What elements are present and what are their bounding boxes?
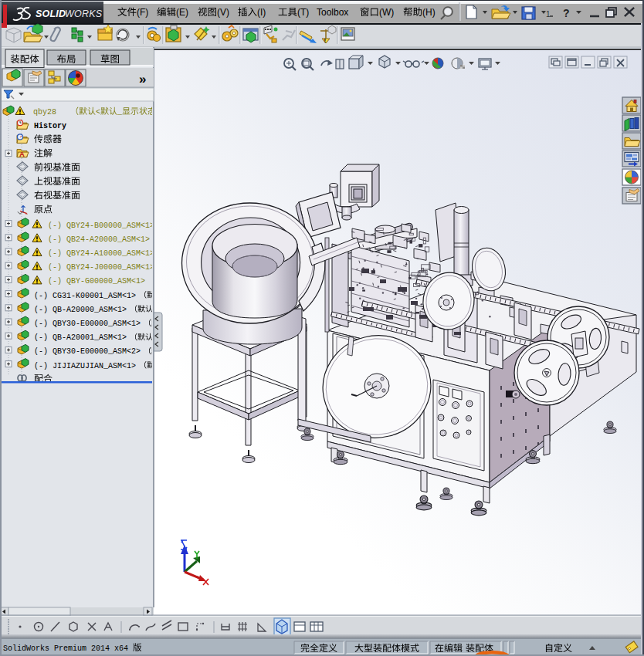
svg-text:1: 1 — [546, 10, 551, 19]
svg-text:(-) QBY-G00000_ASM<1>: (-) QBY-G00000_ASM<1> — [48, 277, 145, 286]
svg-text:(-) JIJIAZUJIAN_ASM<1>: (-) JIJIAZUJIAN_ASM<1> — [34, 362, 136, 370]
svg-text:(E): (E) — [176, 7, 188, 18]
svg-text:Toolbox: Toolbox — [317, 7, 348, 18]
svg-text:SolidWorks Premium 2014 x64: SolidWorks Premium 2014 x64 — [3, 644, 128, 653]
svg-text:(T): (T) — [297, 7, 309, 18]
svg-text:(-) QB-A20000_ASM<1>: (-) QB-A20000_ASM<1> — [34, 306, 127, 314]
svg-text:History: History — [34, 122, 66, 130]
svg-text:!: ! — [324, 37, 327, 44]
svg-text:(-) QBY24-B00000_ASM<1>: (-) QBY24-B00000_ASM<1> — [48, 221, 154, 230]
svg-text:_: _ — [117, 108, 123, 117]
svg-text:WORKS: WORKS — [65, 8, 103, 19]
svg-text:(-) QBY24-J00000_ASM<1>: (-) QBY24-J00000_ASM<1> — [48, 263, 154, 272]
svg-text:(-) QB-A20001_ASM<1>: (-) QB-A20001_ASM<1> — [34, 333, 127, 342]
svg-text:(-) QBY24-A10000_ASM<1>: (-) QBY24-A10000_ASM<1> — [48, 249, 154, 258]
svg-text:(-) QB24-A20000_ASM<1>: (-) QB24-A20000_ASM<1> — [48, 235, 150, 244]
svg-text:(-) QBY30-E00000_ASM<1>: (-) QBY30-E00000_ASM<1> — [34, 320, 141, 328]
svg-text:(H): (H) — [422, 7, 436, 18]
svg-text:SOLID: SOLID — [36, 8, 66, 19]
svg-text:(W): (W) — [379, 7, 394, 18]
svg-text:<: < — [96, 108, 100, 117]
svg-text:(F): (F) — [137, 7, 148, 18]
svg-text:(V): (V) — [217, 7, 229, 18]
svg-text:(I): (I) — [257, 7, 266, 18]
svg-text:qby28: qby28 — [33, 108, 56, 117]
svg-text:A: A — [19, 150, 25, 158]
svg-text:(-) QBY30-E00000_ASM<2>: (-) QBY30-E00000_ASM<2> — [34, 347, 141, 356]
svg-text:»: » — [139, 72, 146, 86]
svg-text:?: ? — [563, 7, 570, 19]
svg-text:(-) CG31-K00001_ASM<1>: (-) CG31-K00001_ASM<1> — [34, 292, 136, 300]
